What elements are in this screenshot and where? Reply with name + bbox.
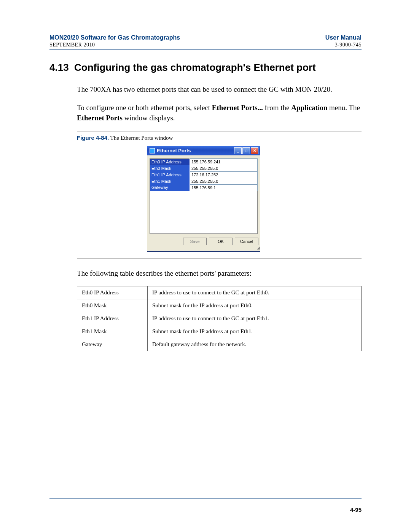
table-row: Eth1 MaskSubnet mask for the IP address … [77,325,362,338]
row-gateway: Gateway155.176.59.1 [150,184,258,191]
label-eth1-mask[interactable]: Eth1 Mask [150,178,190,184]
header-doc-number: 3-9000-745 [335,42,362,48]
app-icon [150,148,155,153]
grid-empty-area [150,191,258,234]
table-row: Eth0 IP AddressIP address to use to conn… [77,286,362,299]
value-eth1-mask[interactable]: 255.255.255.0 [190,178,258,184]
header-rule [49,50,362,50]
param-desc: Default gateway address for the network. [148,338,362,351]
figure-label: Figure 4-84. [77,134,109,141]
table-row: Eth1 IP AddressIP address to use to conn… [77,312,362,325]
param-name: Eth0 IP Address [77,286,148,299]
paragraph-1: The 700XA has two ethernet ports that ca… [77,84,362,95]
value-gateway[interactable]: 155.176.59.1 [190,184,258,191]
close-button[interactable]: ✕ [251,147,258,154]
section-title: Configuring the gas chromatograph's Ethe… [74,62,316,73]
minimize-button[interactable]: _ [234,147,242,154]
value-eth0-mask[interactable]: 255.255.255.0 [190,165,258,171]
ok-button[interactable]: OK [209,238,233,245]
window-titlebar[interactable]: Ethernet Ports _ □ ✕ [147,146,260,155]
value-eth0-ip[interactable]: 155.176.59.241 [190,158,258,165]
param-desc: Subnet mask for the IP address at port E… [148,299,362,312]
footer-rule [49,498,362,498]
maximize-button[interactable]: □ [242,147,250,154]
window-title: Ethernet Ports [157,148,191,153]
table-row: Eth0 MaskSubnet mask for the IP address … [77,299,362,312]
row-eth0-mask: Eth0 Mask255.255.255.0 [150,165,258,171]
parameters-table: Eth0 IP AddressIP address to use to conn… [77,286,362,351]
cancel-button[interactable]: Cancel [235,238,258,245]
section-heading: 4.13 Configuring the gas chromatograph's… [49,62,362,73]
label-gateway[interactable]: Gateway [150,184,190,191]
section-number: 4.13 [49,62,69,73]
label-eth0-ip[interactable]: Eth0 IP Address [150,158,190,165]
paragraph-2: To configure one or both ethernet ports,… [77,102,362,123]
param-name: Eth1 IP Address [77,312,148,325]
param-desc: IP address to use to connect to the GC a… [148,286,362,299]
row-eth0-ip: Eth0 IP Address155.176.59.241 [150,158,258,165]
figure-caption-text: The Ethernet Ports window [109,135,173,141]
header-title-right: User Manual [325,34,362,41]
header-title-left: MON20/20 Software for Gas Chromatographs [49,34,180,41]
row-eth1-mask: Eth1 Mask255.255.255.0 [150,178,258,184]
value-eth1-ip[interactable]: 172.16.17.252 [190,171,258,178]
property-grid[interactable]: Eth0 IP Address155.176.59.241 Eth0 Mask2… [150,158,258,234]
figure-caption: Figure 4-84. The Ethernet Ports window [77,134,362,141]
param-name: Eth1 Mask [77,325,148,338]
figure-top-rule [77,131,362,131]
resize-grip-icon[interactable]: ◢ [147,247,260,251]
save-button: Save [183,238,207,245]
label-eth1-ip[interactable]: Eth1 IP Address [150,171,190,178]
label-eth0-mask[interactable]: Eth0 Mask [150,165,190,171]
table-intro: The following table describes the ethern… [77,268,362,279]
row-eth1-ip: Eth1 IP Address172.16.17.252 [150,171,258,178]
ethernet-ports-window: Ethernet Ports _ □ ✕ Eth0 IP Address155.… [147,146,260,252]
header-date: SEPTEMBER 2010 [49,42,95,48]
param-name: Eth0 Mask [77,299,148,312]
param-name: Gateway [77,338,148,351]
param-desc: IP address to use to connect to the GC a… [148,312,362,325]
param-desc: Subnet mask for the IP address at port E… [148,325,362,338]
page-number: 4-95 [350,506,362,513]
figure-bottom-rule [77,259,362,259]
table-row: GatewayDefault gateway address for the n… [77,338,362,351]
